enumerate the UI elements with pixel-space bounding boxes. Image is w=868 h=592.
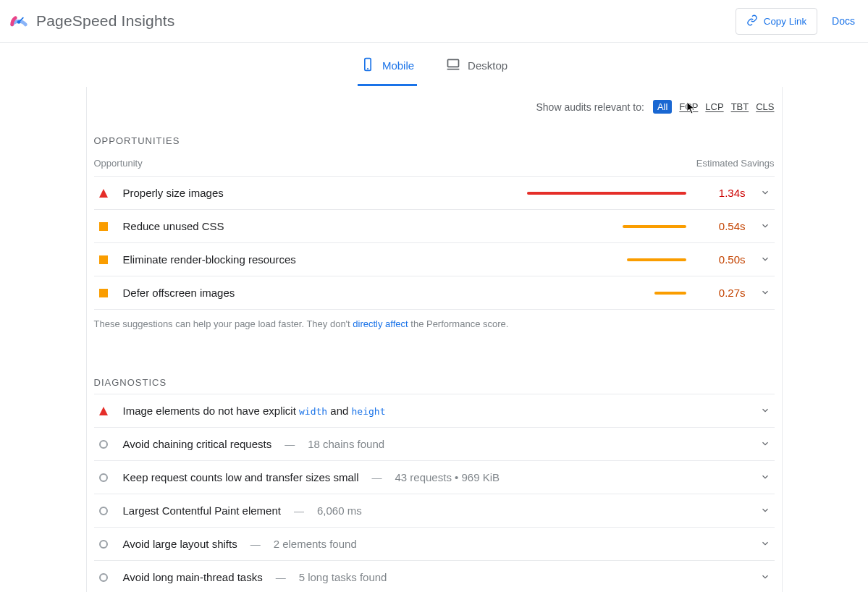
filter-label: Show audits relevant to: xyxy=(536,101,644,113)
circle-info-icon xyxy=(98,473,109,483)
chevron-down-icon[interactable] xyxy=(760,538,772,550)
header-actions: Copy Link Docs xyxy=(736,8,855,35)
diagnostic-title: Image elements do not have explicit widt… xyxy=(119,405,386,417)
chevron-down-icon[interactable] xyxy=(760,572,772,583)
diagnostic-title: Avoid large layout shifts xyxy=(119,538,237,550)
circle-info-icon xyxy=(98,506,109,516)
savings-bar xyxy=(527,225,686,228)
square-average-icon xyxy=(98,288,109,298)
docs-link[interactable]: Docs xyxy=(832,15,855,27)
opportunity-row[interactable]: Eliminate render-blocking resources0.50s xyxy=(94,243,775,276)
opportunities-footnote: These suggestions can help your page loa… xyxy=(94,310,775,334)
diagnostics-heading: DIAGNOSTICS xyxy=(94,377,775,388)
tab-mobile[interactable]: Mobile xyxy=(358,53,417,86)
diagnostic-row[interactable]: Avoid chaining critical requests—18 chai… xyxy=(94,428,775,461)
separator: — xyxy=(282,439,298,450)
diagnostic-title: Largest Contentful Paint element xyxy=(119,504,281,517)
filter-pill-all[interactable]: All xyxy=(653,100,672,114)
diagnostic-extra: 6,060 ms xyxy=(317,504,362,517)
app-header: PageSpeed Insights Copy Link Docs xyxy=(0,0,868,43)
opportunity-row[interactable]: Properly size images1.34s xyxy=(94,177,775,210)
diagnostic-extra: 2 elements found xyxy=(274,538,357,550)
code-height: height xyxy=(352,406,386,417)
opportunities-table-head: Opportunity Estimated Savings xyxy=(94,152,775,177)
tab-desktop-label: Desktop xyxy=(468,59,507,72)
square-average-icon xyxy=(98,255,109,265)
svg-marker-7 xyxy=(99,407,108,415)
mobile-icon xyxy=(361,57,375,74)
report-container: Show audits relevant to: All FCP LCP TBT… xyxy=(86,87,783,592)
opportunity-title: Reduce unused CSS xyxy=(119,220,224,232)
code-width: width xyxy=(299,406,327,417)
square-average-icon xyxy=(98,221,109,232)
triangle-fail-icon xyxy=(98,188,109,198)
savings-bar xyxy=(527,192,686,195)
tab-desktop[interactable]: Desktop xyxy=(443,53,510,86)
tab-mobile-label: Mobile xyxy=(382,59,414,72)
circle-info-icon xyxy=(98,439,109,449)
col-estimated-savings: Estimated Savings xyxy=(696,158,775,169)
circle-info-icon xyxy=(98,539,109,549)
directly-affect-link[interactable]: directly affect xyxy=(353,318,408,329)
diagnostic-title: Avoid long main-thread tasks xyxy=(119,571,263,583)
chevron-down-icon[interactable] xyxy=(760,505,772,517)
chevron-down-icon[interactable] xyxy=(760,405,772,417)
savings-value: 0.50s xyxy=(696,253,746,266)
diagnostic-row[interactable]: Largest Contentful Paint element—6,060 m… xyxy=(94,494,775,528)
chevron-down-icon[interactable] xyxy=(760,221,772,232)
diagnostic-extra: 18 chains found xyxy=(308,438,384,450)
col-opportunity: Opportunity xyxy=(94,158,143,169)
diagnostic-extra: 5 long tasks found xyxy=(299,571,387,583)
brand: PageSpeed Insights xyxy=(9,9,175,33)
pagespeed-logo-icon xyxy=(9,9,29,33)
separator: — xyxy=(248,538,264,550)
link-icon xyxy=(746,14,758,28)
diagnostic-row[interactable]: Avoid long main-thread tasks—5 long task… xyxy=(94,561,775,592)
copy-link-label: Copy Link xyxy=(764,16,806,27)
device-tabs: Mobile Desktop xyxy=(0,43,868,87)
chevron-down-icon[interactable] xyxy=(760,287,772,299)
opportunity-title: Eliminate render-blocking resources xyxy=(119,253,296,266)
opportunity-row[interactable]: Reduce unused CSS0.54s xyxy=(94,210,775,243)
chevron-down-icon[interactable] xyxy=(760,187,772,199)
diagnostics-list: Image elements do not have explicit widt… xyxy=(94,394,775,592)
opportunity-title: Properly size images xyxy=(119,187,224,199)
diagnostic-row[interactable]: Avoid large layout shifts—2 elements fou… xyxy=(94,528,775,561)
opportunities-heading: OPPORTUNITIES xyxy=(94,135,775,146)
diagnostic-title: Avoid chaining critical requests xyxy=(119,438,272,450)
opportunities-list: Properly size images1.34sReduce unused C… xyxy=(94,177,775,310)
desktop-icon xyxy=(446,57,460,74)
opportunity-title: Defer offscreen images xyxy=(119,287,235,299)
diagnostic-row[interactable]: Image elements do not have explicit widt… xyxy=(94,394,775,428)
separator: — xyxy=(291,505,307,517)
filter-pill-lcp[interactable]: LCP xyxy=(705,101,723,112)
diagnostic-title: Keep request counts low and transfer siz… xyxy=(119,471,359,483)
svg-marker-6 xyxy=(99,189,108,198)
filter-pills: All FCP LCP TBT CLS xyxy=(653,100,775,114)
savings-bar xyxy=(527,292,686,295)
circle-info-icon xyxy=(98,572,109,583)
svg-rect-4 xyxy=(448,59,459,67)
filter-pill-fcp[interactable]: FCP xyxy=(679,101,698,112)
opportunity-row[interactable]: Defer offscreen images0.27s xyxy=(94,276,775,310)
separator: — xyxy=(369,472,385,483)
savings-value: 0.54s xyxy=(696,220,746,232)
filter-pill-cls[interactable]: CLS xyxy=(756,101,774,112)
savings-value: 1.34s xyxy=(696,187,746,199)
savings-value: 0.27s xyxy=(696,287,746,299)
diagnostic-row[interactable]: Keep request counts low and transfer siz… xyxy=(94,461,775,494)
separator: — xyxy=(273,572,289,583)
chevron-down-icon[interactable] xyxy=(760,254,772,266)
filter-pill-tbt[interactable]: TBT xyxy=(731,101,749,112)
chevron-down-icon[interactable] xyxy=(760,439,772,450)
footnote-text: These suggestions can help your page loa… xyxy=(94,318,353,329)
triangle-fail-icon xyxy=(98,406,109,416)
audit-filter-row: Show audits relevant to: All FCP LCP TBT… xyxy=(94,87,775,119)
savings-bar xyxy=(527,258,686,261)
chevron-down-icon[interactable] xyxy=(760,472,772,483)
footnote-text: the Performance score. xyxy=(408,318,509,329)
brand-title: PageSpeed Insights xyxy=(36,12,175,30)
copy-link-button[interactable]: Copy Link xyxy=(736,8,817,35)
diagnostic-extra: 43 requests • 969 KiB xyxy=(395,471,500,483)
